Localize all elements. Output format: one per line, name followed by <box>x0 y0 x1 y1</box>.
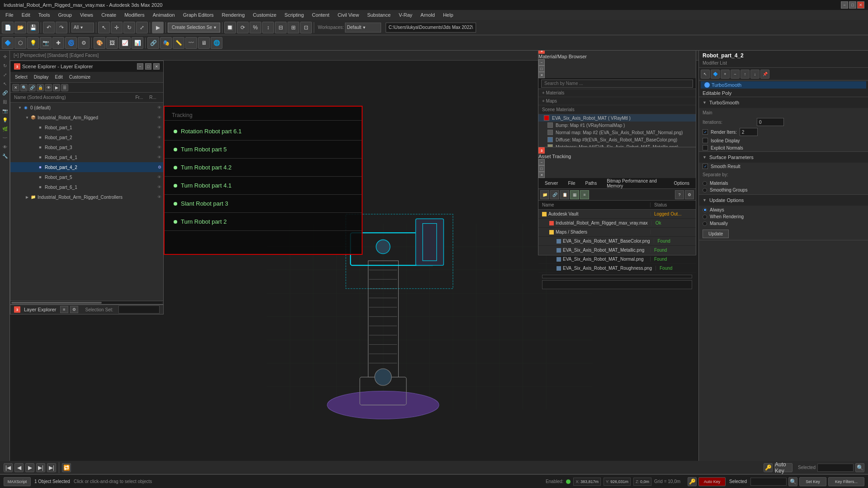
at-row-maps-folder[interactable]: Maps / Shaders <box>538 228 696 237</box>
at-icon-4[interactable]: ▦ <box>570 190 579 199</box>
selected-input[interactable] <box>817 464 854 472</box>
scene-scrollbar-track[interactable] <box>11 302 162 304</box>
workspace-dropdown[interactable]: Default ▾ <box>345 23 381 33</box>
mod-editablepoly[interactable]: Editable Poly <box>699 89 868 97</box>
uo-always-row[interactable]: Always <box>703 206 864 213</box>
new-scene-button[interactable]: 📄 <box>2 22 14 33</box>
menu-substance[interactable]: Substance <box>363 11 394 19</box>
at-maximize[interactable]: □ <box>538 165 545 172</box>
mirror-button[interactable]: ⊞ <box>288 22 299 33</box>
at-row-normal[interactable]: EVA_Six_Axis_Robot_MAT_Normal.png Found <box>538 255 696 264</box>
menu-vray[interactable]: V-Ray <box>395 11 416 19</box>
at-row-roughness[interactable]: EVA_Six_Axis_Robot_MAT_Roughness.png Fou… <box>538 264 696 273</box>
set-key-btn[interactable]: Set Key <box>799 477 826 486</box>
create-geometry[interactable]: 🔷 <box>2 37 14 49</box>
sidebar-move[interactable]: ✛ <box>1 52 9 61</box>
maximize-button[interactable]: □ <box>849 1 856 9</box>
tree-item-part-3[interactable]: ■ Robot_part_3 👁 <box>10 142 163 152</box>
footer-search[interactable]: 🔍 <box>788 477 797 486</box>
tree-item-part-2[interactable]: ■ Robot_part_2 👁 <box>10 132 163 142</box>
tree-item-layer-default[interactable]: ▼ ◉ 0 (default) 👁 <box>10 103 163 113</box>
track-view[interactable]: 📊 <box>132 37 143 49</box>
at-tab-file[interactable]: File <box>564 180 579 187</box>
filter-keys[interactable]: 🔍 <box>855 463 864 472</box>
mat-section-materials[interactable]: + Materials <box>538 89 696 97</box>
create-shapes[interactable]: ⬡ <box>14 37 26 49</box>
footer-selected-input[interactable] <box>750 478 787 486</box>
update-options-header[interactable]: ▼ Update Options <box>699 195 868 206</box>
menu-modifiers[interactable]: Modifiers <box>121 11 148 19</box>
tree-item-part-4-1[interactable]: ■ Robot_part_4_1 👁 <box>10 152 163 162</box>
spinner-snap[interactable]: ↕ <box>262 22 274 33</box>
update-button[interactable]: Update <box>703 230 729 238</box>
create-lights[interactable]: 💡 <box>27 37 39 49</box>
track-item-2[interactable]: Turn Robot part 4.2 <box>165 159 362 177</box>
angle-snap[interactable]: ⟳ <box>237 22 249 33</box>
sidebar-rotate[interactable]: ↻ <box>1 61 9 70</box>
mat-browser-minimize[interactable]: − <box>538 59 545 66</box>
uo-always-radio[interactable] <box>703 208 707 212</box>
at-tab-paths[interactable]: Paths <box>582 180 601 187</box>
at-row-metallic[interactable]: EVA_Six_Axis_Robot_MAT_Metallic.png Foun… <box>538 246 696 255</box>
scene-explorer-maximize[interactable]: □ <box>145 63 151 70</box>
at-row-max-file[interactable]: Industrial_Robot_Arm_Rigged_max_vray.max… <box>538 219 696 228</box>
sidebar-unlink[interactable]: ⛓ <box>1 98 9 106</box>
menu-arnold[interactable]: Arnold <box>417 11 439 19</box>
uo-manually-row[interactable]: Manually <box>703 220 864 227</box>
at-minimize[interactable]: − <box>538 159 545 165</box>
mat-sub-diffuse[interactable]: Diffuse: Map #9(EVA_Six_Axis_Robot_MAT_B… <box>538 136 696 143</box>
rotate-button[interactable]: ↻ <box>123 22 135 33</box>
menu-help[interactable]: Help <box>439 11 457 19</box>
scale-button[interactable]: ⤢ <box>136 22 148 33</box>
menu-tools[interactable]: Tools <box>35 11 54 19</box>
at-row-vault[interactable]: Autodesk Vault Logged Out... <box>538 210 696 219</box>
timeline-loop[interactable]: 🔁 <box>62 463 71 472</box>
sp-smoothing-radio-btn[interactable] <box>703 188 707 192</box>
at-icon-settings[interactable]: ⚙ <box>685 190 694 199</box>
timeline-goto-start[interactable]: |◀ <box>4 463 13 472</box>
timeline-next-frame[interactable]: ▶| <box>36 463 45 472</box>
filter-options[interactable]: ☰ <box>61 84 68 91</box>
open-button[interactable]: 📂 <box>14 22 26 33</box>
timeline-prev-frame[interactable]: ◀ <box>14 463 24 472</box>
mat-editor-compact[interactable]: 🎨 <box>94 37 105 49</box>
sidebar-scale[interactable]: ⤢ <box>1 70 9 79</box>
at-close[interactable]: ✕ <box>538 172 545 178</box>
scene-tb-display[interactable]: Display <box>31 74 52 80</box>
mod-icon-up[interactable]: ↑ <box>741 70 750 79</box>
minimize-button[interactable]: − <box>841 1 848 9</box>
track-item-3[interactable]: Turn Robot part 4.1 <box>165 177 362 195</box>
tree-item-industrial-rigged[interactable]: ▼ 📦 Industrial_Robot_Arm_Rigged 👁 <box>10 113 163 122</box>
sp-materials-radio-btn[interactable] <box>703 181 707 186</box>
menu-group[interactable]: Group <box>54 11 75 19</box>
timeline-key-mode[interactable]: 🔑 <box>764 463 773 472</box>
create-cameras[interactable]: 📷 <box>40 37 52 49</box>
filter-clear[interactable]: ✕ <box>12 84 19 91</box>
sp-materials-row[interactable]: Materials <box>703 180 864 187</box>
at-tab-options[interactable]: Options <box>670 180 693 187</box>
menu-scripting[interactable]: Scripting <box>281 11 307 19</box>
uo-when-rendering-row[interactable]: When Rendering <box>703 213 864 220</box>
track-item-0[interactable]: Rotation Robot part 6.1 <box>165 122 362 141</box>
menu-views[interactable]: Views <box>76 11 97 19</box>
sidebar-camera[interactable]: 📷 <box>1 107 9 115</box>
scene-tb-customize[interactable]: Customize <box>66 74 93 80</box>
tree-item-part-6-1[interactable]: ■ Robot_part_6_1 👁 <box>10 182 163 192</box>
maxscript-mini[interactable]: MAXScript <box>4 477 31 486</box>
mat-sub-normal[interactable]: Normal map: Map #2 (EVA_Six_Axis_Robot_M… <box>538 129 696 136</box>
layer-tab-btn-opts[interactable]: ⚙ <box>70 306 78 313</box>
measure[interactable]: 📏 <box>173 37 184 49</box>
render-button[interactable]: ▶ <box>152 22 164 33</box>
filter-link[interactable]: 🔗 <box>28 84 36 91</box>
scene-scrollbar-thumb[interactable] <box>11 302 102 304</box>
align-button[interactable]: ⊟ <box>275 22 287 33</box>
redo-button[interactable]: ↷ <box>56 22 67 33</box>
create-selection-button[interactable]: Create Selection Se ▾ <box>168 23 220 33</box>
menu-file[interactable]: File <box>2 11 17 19</box>
track-item-4[interactable]: Slant Robot part 3 <box>165 195 362 213</box>
mat-section-maps[interactable]: + Maps <box>538 97 696 105</box>
filter-search[interactable]: 🔍 <box>20 84 28 91</box>
create-spacewarps[interactable]: 🌀 <box>65 37 77 49</box>
timeline-goto-end[interactable]: ▶| <box>47 463 56 472</box>
scene-tb-edit[interactable]: Edit <box>52 74 66 80</box>
